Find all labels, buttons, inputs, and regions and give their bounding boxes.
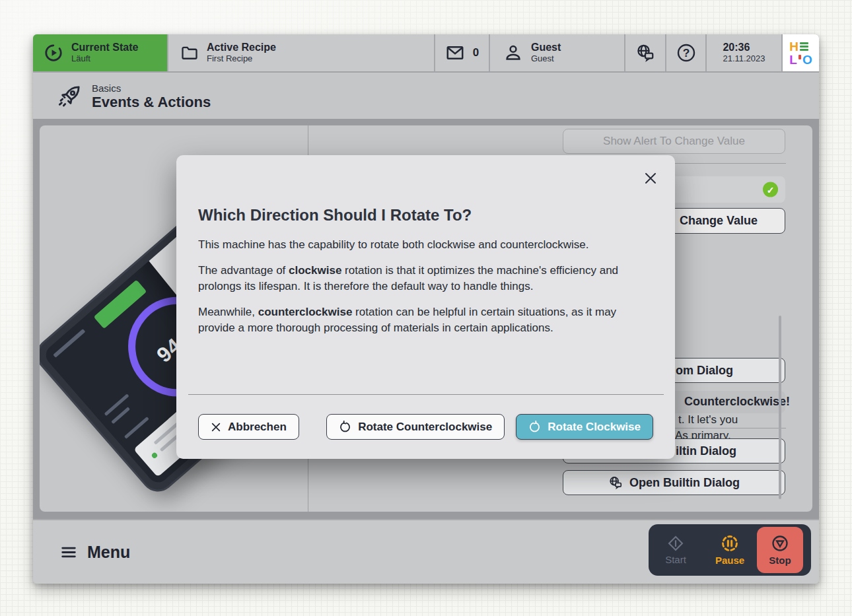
pause-button[interactable]: Pause [703,534,757,566]
bottom-bar: Menu Start Pause [33,519,819,584]
logo-apostrophe [799,55,801,59]
logo-letter-o: O [802,53,812,66]
clock-time: 20:36 [723,42,765,53]
page-header: Basics Events & Actions [33,74,819,119]
app-window: Current State Läuft Active Recipe First … [33,34,819,584]
rotate-direction-dialog: Which Direction Should I Rotate To? This… [176,155,675,459]
top-bar: Current State Läuft Active Recipe First … [33,34,819,73]
show-alert-button[interactable]: Show Alert To Change Value [563,129,785,154]
user-role: Guest [531,54,561,64]
logo-letter-l: L [789,53,797,66]
logo-letter-h: H [789,40,799,53]
current-state-title: Current State [71,42,138,53]
user-name: Guest [531,42,561,53]
brand-logo: H L O [781,34,819,71]
dialog-body: This machine has the capability to rotat… [198,237,651,346]
dialog-paragraph-2: The advantage of clockwise rotation is t… [198,263,651,295]
close-icon[interactable] [641,168,660,188]
rotate-clockwise-button[interactable]: Rotate Clockwise [516,414,653,440]
globe-chat-icon [635,43,655,63]
active-recipe-title: Active Recipe [207,42,276,53]
dialog-paragraph-3: Meanwhile, counterclockwise rotation can… [198,304,651,337]
mail-button[interactable]: 0 [434,34,489,71]
active-recipe-tab[interactable]: Active Recipe First Recipe [167,34,434,71]
clock-display: 20:36 21.11.2023 [705,34,781,71]
hamburger-icon [59,543,78,561]
start-button[interactable]: Start [649,535,703,565]
rotate-counterclockwise-button[interactable]: Rotate Counterclockwise [326,414,505,440]
globe-chat-icon [608,475,623,490]
rotate-ccw-icon [339,421,351,433]
stop-octagon-icon [771,534,789,553]
user-button[interactable]: Guest Guest [489,34,624,71]
active-recipe-value: First Recipe [207,54,276,64]
page-title: Events & Actions [92,94,211,111]
logo-letter-e [800,42,808,51]
scrollbar[interactable] [779,316,781,499]
current-state-value: Läuft [71,54,138,64]
clock-date: 21.11.2023 [723,54,765,64]
check-icon: ✓ [763,182,778,197]
hello-logo-icon: H L O [789,40,812,66]
question-icon: ? [676,42,697,63]
stop-button[interactable]: Stop [757,527,803,573]
current-state-tab[interactable]: Current State Läuft [33,34,167,71]
play-circle-icon [44,43,63,63]
user-icon [503,43,523,63]
rocket-icon [56,83,83,110]
dialog-paragraph-1: This machine has the capability to rotat… [198,237,651,254]
cancel-button[interactable]: Abbrechen [198,414,299,440]
help-button[interactable]: ? [665,34,705,71]
pause-spinner-icon [721,534,739,553]
breadcrumb-category: Basics [92,83,211,94]
language-button[interactable] [624,34,665,71]
folder-icon [180,44,199,62]
dialog-divider [188,394,664,395]
info-text-line-1: t. It let's you [678,412,738,428]
svg-text:?: ? [682,46,690,59]
menu-button[interactable]: Menu [59,543,130,562]
mail-count: 0 [473,46,479,59]
open-builtin-dialog-button[interactable]: Open Builtin Dialog [563,470,785,495]
envelope-icon [445,43,465,63]
machine-controls: Start Pause Stop [649,524,811,576]
dialog-title: Which Direction Should I Rotate To? [198,206,472,224]
dialog-actions: Abbrechen Rotate Counterclockwise [198,414,653,440]
x-icon [211,422,221,432]
rotate-cw-icon [528,421,541,433]
start-diamond-icon [667,535,684,552]
